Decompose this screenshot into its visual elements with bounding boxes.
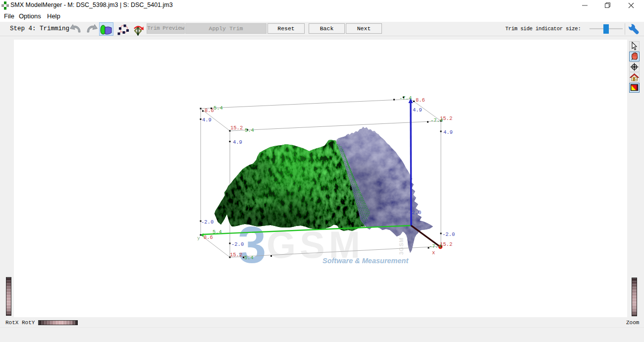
svg-text:-7.4: -7.4 bbox=[429, 243, 441, 249]
svg-text:4.9: 4.9 bbox=[413, 107, 422, 113]
svg-text:8.6: 8.6 bbox=[416, 97, 425, 103]
svg-text:5.4: 5.4 bbox=[244, 255, 254, 261]
svg-text:4.9: 4.9 bbox=[202, 117, 212, 123]
svg-text:-7.4: -7.4 bbox=[399, 95, 412, 101]
svg-text:3GSM: 3GSM bbox=[398, 237, 404, 255]
svg-text:y: y bbox=[197, 235, 200, 241]
svg-text:5.4: 5.4 bbox=[214, 105, 223, 111]
svg-text:-2.0: -2.0 bbox=[201, 219, 214, 225]
svg-text:15.2: 15.2 bbox=[440, 241, 452, 247]
svg-text:-2.0: -2.0 bbox=[409, 210, 421, 216]
svg-text:-2.0: -2.0 bbox=[231, 241, 244, 247]
svg-text:5.4: 5.4 bbox=[213, 229, 222, 235]
svg-text:-7.4: -7.4 bbox=[430, 117, 443, 123]
svg-text:15.2: 15.2 bbox=[230, 252, 242, 258]
svg-text:15.2: 15.2 bbox=[230, 125, 243, 131]
svg-text:8.6: 8.6 bbox=[204, 234, 213, 240]
svg-text:-2.0: -2.0 bbox=[442, 231, 455, 237]
svg-text:8.6: 8.6 bbox=[205, 108, 214, 114]
svg-text:4.9: 4.9 bbox=[233, 139, 242, 145]
svg-text:5.4: 5.4 bbox=[245, 127, 254, 133]
svg-text:x: x bbox=[432, 250, 435, 256]
svg-text:4.9: 4.9 bbox=[443, 129, 453, 135]
svg-text:Software & Measurement: Software & Measurement bbox=[322, 257, 409, 265]
